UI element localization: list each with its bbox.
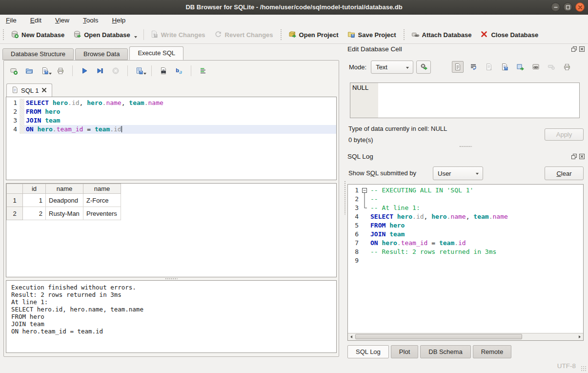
save-as-file-button[interactable]	[499, 61, 510, 73]
sql-log-filter-row: Show SQL submitted by User Clear	[343, 166, 588, 181]
sql-log-dock-header: SQL Log	[343, 152, 588, 163]
submitted-by-combobox[interactable]: User	[433, 166, 483, 180]
dock-vertical-splitter[interactable]	[343, 145, 588, 148]
close-database-button[interactable]: Close Database	[476, 28, 543, 41]
tab-database-structure[interactable]: Database Structure	[2, 48, 74, 60]
toolbar-drag-handle[interactable]	[403, 29, 406, 41]
auto-apply-button[interactable]	[416, 61, 431, 74]
results-table: idnamename11DeadpondZ-Force22Rusty-ManPr…	[6, 184, 121, 220]
column-header-name[interactable]: name	[83, 184, 121, 194]
sql-editor-toolbar: ba	[8, 63, 209, 79]
tab-execute-sql[interactable]: Execute SQL	[129, 46, 183, 60]
tab-browse-data[interactable]: Browse Data	[75, 48, 128, 60]
line-number: 3	[348, 204, 361, 212]
save-project-button[interactable]: Save Project	[343, 28, 401, 41]
save-results-button[interactable]	[134, 65, 145, 77]
print-cell-button[interactable]	[561, 61, 573, 73]
editor-line-3[interactable]: 3JOIN team	[6, 116, 336, 125]
close-panel-icon[interactable]	[579, 46, 585, 54]
open-in-external-button[interactable]	[530, 61, 542, 73]
menu-help[interactable]: Help	[111, 16, 127, 24]
open-sql-file-button[interactable]	[23, 65, 35, 77]
log-line-3: 3-- At line 1:	[348, 204, 583, 212]
log-line-9: 9	[348, 256, 583, 265]
text-mode-button[interactable]	[452, 61, 464, 73]
minimize-button-icon[interactable]	[551, 2, 560, 12]
apply-button[interactable]: Apply	[545, 128, 584, 141]
dock-tab-db-schema[interactable]: DB Schema	[420, 345, 470, 358]
fold-marker-minus-icon[interactable]	[361, 186, 369, 195]
scrollbar-thumb[interactable]	[355, 334, 522, 339]
sql-tab[interactable]: SQL 1	[6, 83, 52, 97]
toggle-comment-button[interactable]	[197, 65, 209, 77]
result-cell[interactable]: Rusty-Man	[46, 207, 83, 220]
log-horizontal-scrollbar[interactable]	[348, 333, 583, 340]
float-panel-icon[interactable]	[571, 153, 577, 161]
column-header-id[interactable]: id	[23, 184, 46, 194]
scroll-right-icon[interactable]	[576, 333, 583, 340]
toolbar-drag-handle[interactable]	[280, 29, 283, 41]
sql-tab-label: SQL 1	[21, 87, 39, 94]
line-number: 4	[6, 125, 20, 134]
dock-tab-plot[interactable]: Plot	[391, 345, 418, 358]
result-cell[interactable]: Preventers	[83, 207, 121, 220]
dock-tab-sql-log[interactable]: SQL Log	[347, 345, 389, 358]
word-wrap-button[interactable]	[467, 61, 479, 73]
toolbar-drag-handle[interactable]	[2, 29, 5, 41]
db-open-button[interactable]: Open Database	[69, 28, 142, 41]
column-header-name[interactable]: name	[46, 184, 83, 194]
menu-view[interactable]: View	[54, 16, 70, 24]
menu-edit[interactable]: Edit	[29, 16, 42, 24]
execute-all-button[interactable]	[79, 65, 90, 77]
save-sql-file-button[interactable]	[39, 65, 51, 77]
cell-value: NULL	[352, 84, 368, 91]
find-replace-button[interactable]	[158, 65, 169, 77]
dropdown-arrow-icon[interactable]	[134, 36, 137, 38]
row-header[interactable]: 1	[7, 194, 23, 207]
format-sql-button[interactable]: ba	[173, 65, 185, 77]
sql-log-title: SQL Log	[347, 153, 373, 160]
toolbar-separator	[72, 65, 73, 76]
results-message-splitter[interactable]	[4, 277, 339, 280]
toolbar-button-label: Open Project	[299, 31, 339, 39]
close-tab-icon[interactable]	[41, 87, 47, 94]
result-cell[interactable]: Z-Force	[83, 194, 121, 207]
export-data-button[interactable]	[514, 61, 526, 73]
editor-line-1[interactable]: 1SELECT hero.id, hero.name, team.name	[6, 99, 336, 107]
open-project-icon	[288, 30, 296, 40]
code-text: ON hero.team_id = team.id	[24, 125, 336, 134]
log-text: -- Result: 2 rows returned in 3ms	[369, 248, 583, 256]
cell-value-editor[interactable]: NULL	[350, 83, 580, 118]
db-new-icon	[11, 30, 19, 40]
menu-file[interactable]: File	[5, 16, 18, 24]
editor-line-2[interactable]: 2FROM hero	[6, 107, 336, 116]
dock-area: Edit Database Cell Mode: Text NULL	[343, 44, 588, 359]
maximize-button-icon[interactable]	[563, 2, 572, 12]
open-sql-tab-button[interactable]	[8, 65, 20, 77]
close-panel-icon[interactable]	[579, 153, 585, 161]
mode-combobox[interactable]: Text	[371, 61, 413, 74]
dock-tab-remote[interactable]: Remote	[473, 345, 512, 358]
result-cell[interactable]: Deadpond	[46, 194, 83, 207]
db-new-button[interactable]: New Database	[6, 28, 69, 41]
menu-tools[interactable]: Tools	[82, 16, 100, 24]
execute-current-line-button[interactable]	[94, 65, 106, 77]
float-panel-icon[interactable]	[571, 46, 577, 54]
print-sql-button[interactable]	[55, 65, 66, 77]
close-button-icon[interactable]	[575, 2, 585, 12]
dock-splitter-handle[interactable]	[344, 181, 346, 215]
sql-log-view: 1-- EXECUTING ALL IN 'SQL 1'2--3-- At li…	[347, 184, 584, 341]
open-project-button[interactable]: Open Project	[284, 28, 343, 41]
editor-line-4[interactable]: 4ON hero.team_id = team.id	[6, 125, 336, 134]
sql-editor[interactable]: 1SELECT hero.id, hero.name, team.name2FR…	[6, 97, 337, 180]
scroll-left-icon[interactable]	[348, 333, 355, 340]
result-cell[interactable]: 2	[23, 207, 46, 220]
log-line-1: 1-- EXECUTING ALL IN 'SQL 1'	[348, 186, 583, 195]
attach-database-button[interactable]: Attach Database	[407, 28, 476, 41]
log-text: SELECT hero.id, hero.name, team.name	[369, 212, 583, 221]
resize-grip[interactable]	[581, 366, 587, 372]
clear-button[interactable]: Clear	[545, 166, 584, 180]
results-grid-container: idnamename11DeadpondZ-Force22Rusty-ManPr…	[6, 183, 337, 277]
row-header[interactable]: 2	[7, 207, 23, 220]
result-cell[interactable]: 1	[23, 194, 46, 207]
